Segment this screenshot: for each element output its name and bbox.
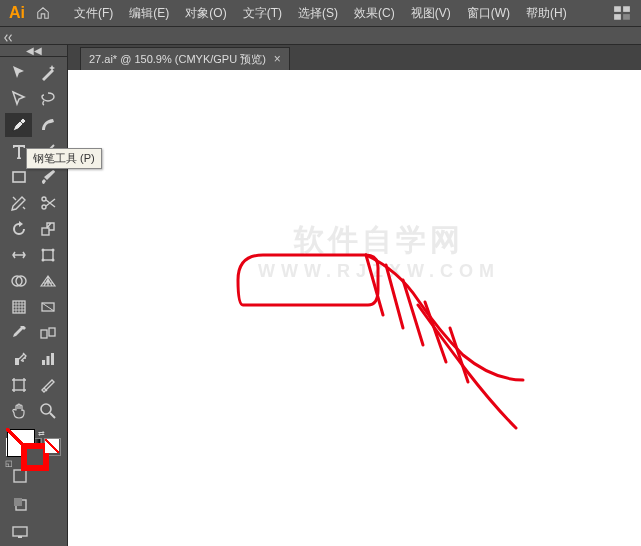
svg-line-36	[403, 280, 423, 345]
top-menu-bar: Ai 文件(F) 编辑(E) 对象(O) 文字(T) 选择(S) 效果(C) 视…	[0, 0, 641, 27]
svg-line-38	[450, 328, 468, 382]
workspace-switcher[interactable]	[613, 4, 641, 22]
svg-rect-24	[47, 356, 50, 365]
svg-point-7	[42, 205, 46, 209]
column-graph-tool[interactable]	[35, 347, 62, 371]
swap-fill-stroke-icon[interactable]: ⇄	[38, 429, 45, 438]
scissors-tool[interactable]	[35, 191, 62, 215]
menu-select[interactable]: 选择(S)	[290, 0, 346, 27]
svg-point-12	[42, 259, 45, 262]
artwork	[68, 70, 641, 546]
fill-stroke-indicator[interactable]: ⇄ ◱	[0, 427, 67, 436]
pen-tool[interactable]	[5, 113, 32, 137]
pencil-tool[interactable]	[5, 191, 32, 215]
hand-tool[interactable]	[5, 399, 32, 423]
magic-wand-tool[interactable]	[35, 61, 62, 85]
gradient-tool[interactable]	[35, 295, 62, 319]
menu-window[interactable]: 窗口(W)	[459, 0, 518, 27]
artboard-tool[interactable]	[5, 373, 32, 397]
svg-line-34	[366, 255, 383, 315]
svg-line-37	[425, 302, 446, 362]
svg-point-22	[22, 360, 24, 362]
svg-rect-33	[18, 536, 22, 538]
svg-rect-19	[49, 328, 55, 336]
watermark-url: WWW.RJZXW.COM	[258, 261, 500, 282]
menu-effect[interactable]: 效果(C)	[346, 0, 403, 27]
menu-help[interactable]: 帮助(H)	[518, 0, 575, 27]
svg-rect-29	[14, 470, 26, 482]
document-tab-strip: 27.ai* @ 150.9% (CMYK/GPU 预览) ×	[68, 45, 641, 70]
svg-rect-20	[15, 358, 19, 365]
svg-line-35	[386, 265, 403, 328]
menu-object[interactable]: 对象(O)	[177, 0, 234, 27]
lasso-tool[interactable]	[35, 87, 62, 111]
zoom-tool[interactable]	[35, 399, 62, 423]
svg-line-28	[50, 413, 55, 418]
perspective-grid-tool[interactable]	[35, 269, 62, 293]
document-tab-label: 27.ai* @ 150.9% (CMYK/GPU 预览)	[89, 52, 266, 67]
svg-rect-25	[51, 353, 54, 365]
svg-point-13	[52, 259, 55, 262]
panel-toggle-icon[interactable]	[4, 29, 16, 41]
menu-view[interactable]: 视图(V)	[403, 0, 459, 27]
slice-tool[interactable]	[35, 373, 62, 397]
watermark: 软件自学网 WWW.RJZXW.COM	[258, 220, 500, 282]
svg-rect-5	[13, 172, 25, 182]
svg-rect-0	[614, 6, 621, 12]
svg-rect-26	[14, 380, 24, 390]
app-logo: Ai	[6, 2, 28, 24]
svg-point-11	[52, 249, 55, 252]
collapse-toolbar-icon[interactable]: ◀◀	[0, 45, 67, 57]
home-icon[interactable]	[32, 2, 54, 24]
free-transform-tool[interactable]	[35, 243, 62, 267]
draw-behind[interactable]	[6, 492, 33, 516]
svg-rect-1	[623, 6, 630, 12]
menu-edit[interactable]: 编辑(E)	[121, 0, 177, 27]
eyedropper-tool[interactable]	[5, 321, 32, 345]
blend-tool[interactable]	[35, 321, 62, 345]
mesh-tool[interactable]	[5, 295, 32, 319]
curvature-tool[interactable]	[35, 113, 62, 137]
default-fill-stroke-icon[interactable]: ◱	[5, 459, 13, 468]
pen-tool-tooltip: 钢笔工具 (P)	[26, 148, 102, 169]
control-bar	[0, 27, 641, 45]
width-tool[interactable]	[5, 243, 32, 267]
svg-rect-8	[42, 228, 49, 235]
selection-tool[interactable]	[5, 61, 32, 85]
menu-type[interactable]: 文字(T)	[235, 0, 290, 27]
menu-file[interactable]: 文件(F)	[66, 0, 121, 27]
tools-panel: ◀◀ ⇄ ◱	[0, 45, 68, 546]
svg-point-27	[41, 404, 51, 414]
svg-rect-3	[623, 14, 630, 20]
shape-builder-tool[interactable]	[5, 269, 32, 293]
svg-point-21	[24, 357, 26, 359]
tools-grid	[0, 57, 67, 427]
draw-screen-modes	[0, 462, 67, 546]
rotate-tool[interactable]	[5, 217, 32, 241]
screen-mode[interactable]	[6, 520, 33, 544]
tab-close-icon[interactable]: ×	[274, 52, 281, 66]
svg-rect-18	[41, 330, 47, 338]
document-tab[interactable]: 27.ai* @ 150.9% (CMYK/GPU 预览) ×	[80, 47, 290, 70]
svg-rect-31	[14, 498, 22, 506]
svg-rect-2	[614, 14, 621, 20]
svg-point-10	[42, 249, 45, 252]
svg-rect-23	[42, 360, 45, 365]
watermark-text: 软件自学网	[258, 220, 500, 261]
menu-bar: 文件(F) 编辑(E) 对象(O) 文字(T) 选择(S) 效果(C) 视图(V…	[66, 0, 575, 27]
svg-rect-32	[13, 527, 27, 536]
svg-rect-9	[43, 250, 53, 260]
svg-point-6	[42, 197, 46, 201]
direct-selection-tool[interactable]	[5, 87, 32, 111]
canvas[interactable]: 软件自学网 WWW.RJZXW.COM	[68, 70, 641, 546]
symbol-sprayer-tool[interactable]	[5, 347, 32, 371]
scale-tool[interactable]	[35, 217, 62, 241]
document-area: 27.ai* @ 150.9% (CMYK/GPU 预览) × 软件自学网 WW…	[68, 45, 641, 546]
